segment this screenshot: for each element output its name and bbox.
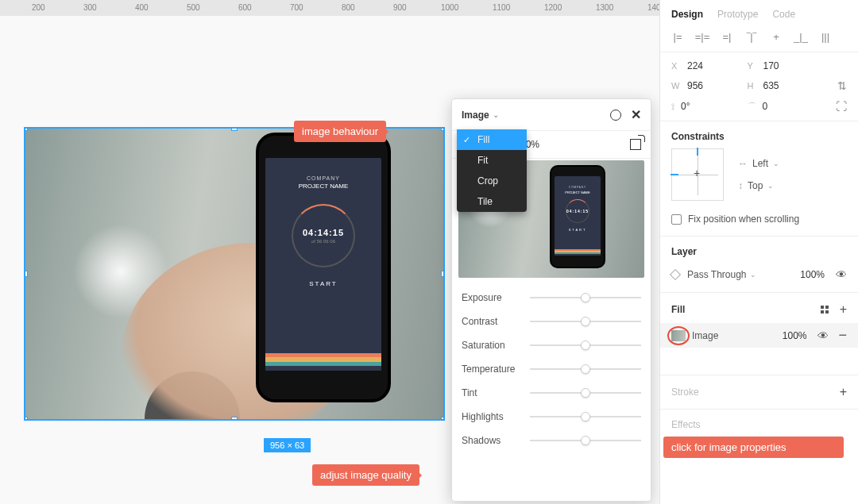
visibility-icon[interactable]: 👁	[836, 268, 847, 281]
panel-tabs: Design Prototype Code	[660, 0, 858, 28]
resize-handle-tl[interactable]	[24, 127, 28, 131]
x-input[interactable]: 224	[687, 60, 703, 71]
add-fill-icon[interactable]: +	[840, 302, 847, 317]
align-top-icon[interactable]: ‾|‾	[745, 31, 758, 42]
distribute-icon[interactable]: |||	[819, 31, 832, 42]
fill-swatch[interactable]	[671, 330, 686, 341]
align-bottom-icon[interactable]: _|_	[794, 31, 807, 42]
resize-handle-bm[interactable]	[231, 417, 238, 421]
resize-handle-bl[interactable]	[24, 417, 28, 421]
link-wh-icon[interactable]: ⇅	[837, 79, 847, 92]
fill-opacity[interactable]: 100%	[783, 330, 807, 341]
callout-image-props: click for image properties	[663, 437, 844, 458]
design-panel: Design Prototype Code |= =|= =| ‾|‾ + _|…	[659, 0, 858, 504]
resize-handle-tr[interactable]	[441, 127, 445, 131]
constraints-diagram[interactable]	[671, 148, 724, 201]
transform-section: X224 Y170 W956 H635 ⇅ ⟟0° ⌒0 ⛶	[660, 52, 858, 121]
popup-title: Image	[462, 110, 489, 121]
phone-timer: 04:14:15	[303, 228, 344, 237]
callout-ring	[667, 326, 690, 345]
callout-adjust-quality: adjust image quality	[312, 464, 419, 486]
popup-header: Image ⌄ ✕	[452, 99, 651, 131]
image-properties-popup: Image ⌄ ✕ ✓ Fill Fit Crop Tile 100%	[451, 98, 651, 502]
ruler-mark: 500	[187, 3, 200, 12]
phone-screen: COMPANY PROJECT NAME 04:14:15 of 56 06 0…	[265, 158, 381, 371]
w-input[interactable]: 956	[687, 80, 703, 91]
phone-ring: 04:14:15 of 56 06 06	[292, 204, 355, 267]
h-input[interactable]: 635	[763, 80, 779, 91]
radius-input[interactable]: 0	[763, 101, 768, 112]
close-icon[interactable]: ✕	[631, 107, 641, 122]
slider-temperature[interactable]: Temperature	[462, 357, 641, 381]
slider-exposure[interactable]: Exposure	[462, 286, 641, 310]
ruler-mark: 400	[135, 3, 149, 12]
resize-handle-br[interactable]	[441, 417, 445, 421]
ruler-mark: 1100	[493, 3, 510, 12]
expand-radius-icon[interactable]: ⛶	[836, 100, 847, 113]
fill-option-tile[interactable]: Tile	[457, 191, 527, 212]
fill-option-fit[interactable]: Fit	[457, 150, 527, 171]
slider-contrast[interactable]: Contrast	[462, 310, 641, 333]
ruler-mark: 300	[83, 3, 97, 12]
fill-option-fill[interactable]: ✓ Fill	[457, 129, 527, 150]
phone-stripes	[265, 353, 381, 371]
slider-saturation[interactable]: Saturation	[462, 333, 641, 357]
tab-prototype[interactable]: Prototype	[717, 9, 758, 20]
align-left-icon[interactable]: |=	[671, 31, 684, 42]
style-grid-icon[interactable]	[821, 306, 829, 314]
constraint-v-select[interactable]: ↕Top⌄	[738, 180, 779, 191]
fill-image-row[interactable]: Image 100% 👁 −	[660, 323, 858, 348]
chevron-down-icon[interactable]: ⌄	[493, 110, 499, 119]
phone-project: PROJECT NAME	[272, 183, 375, 190]
fix-position-row[interactable]: Fix position when scrolling	[660, 209, 858, 237]
resize-handle-tm[interactable]	[231, 127, 238, 131]
remove-fill-icon[interactable]: −	[838, 327, 847, 344]
rotation-input[interactable]: 0°	[681, 101, 690, 112]
layer-blend-row: Pass Through ⌄ 100% 👁	[660, 264, 858, 293]
blend-select[interactable]: Pass Through	[687, 269, 747, 280]
radius-icon: ⌒	[748, 101, 756, 113]
selected-image-frame[interactable]: COMPANY PROJECT NAME 04:14:15 of 56 06 0…	[24, 127, 445, 421]
blend-mode-icon[interactable]	[610, 110, 621, 121]
arrow-v-icon: ↕	[738, 180, 743, 191]
constraint-h-select[interactable]: ↔Left⌄	[738, 158, 779, 169]
checkbox-icon[interactable]	[671, 214, 682, 225]
layer-title: Layer	[660, 237, 858, 264]
arrow-h-icon: ↔	[738, 158, 748, 169]
slider-tint[interactable]: Tint	[462, 381, 641, 405]
y-input[interactable]: 170	[763, 60, 779, 71]
tab-code[interactable]: Code	[772, 9, 795, 20]
ruler-mark: 800	[342, 3, 355, 12]
effects-section-header: Effects	[660, 409, 858, 440]
resize-handle-ml[interactable]	[24, 271, 28, 277]
slider-shadows[interactable]: Shadows	[462, 429, 641, 452]
align-hcenter-icon[interactable]: =|=	[696, 31, 709, 42]
ruler-mark: 1300	[596, 3, 613, 12]
align-vcenter-icon[interactable]: +	[770, 31, 783, 42]
check-icon: ✓	[463, 135, 470, 145]
ruler-mark: 900	[393, 3, 407, 12]
stroke-section-header: Stroke +	[660, 375, 858, 409]
ruler-mark: 1000	[441, 3, 458, 12]
fill-option-crop[interactable]: Crop	[457, 171, 527, 191]
canvas[interactable]: COMPANY PROJECT NAME 04:14:15 of 56 06 0…	[0, 16, 659, 504]
constraints-section: ↔Left⌄ ↕Top⌄	[660, 148, 858, 209]
resize-handle-mr[interactable]	[441, 271, 445, 277]
align-right-icon[interactable]: =|	[721, 31, 733, 42]
add-stroke-icon[interactable]: +	[840, 385, 847, 399]
selection-size-badge: 956 × 63	[264, 438, 311, 452]
layer-opacity[interactable]: 100%	[800, 269, 825, 280]
angle-icon: ⟟	[671, 102, 674, 112]
fill-visibility-icon[interactable]: 👁	[817, 329, 829, 342]
callout-image-behaviour: image behaviour	[294, 121, 386, 142]
phone-start: START	[272, 280, 375, 287]
rotate-image-icon[interactable]	[630, 139, 641, 150]
tab-design[interactable]: Design	[671, 9, 703, 20]
slider-highlights[interactable]: Highlights	[462, 405, 641, 429]
fill-mode-dropdown[interactable]: ✓ Fill Fit Crop Tile	[457, 129, 527, 212]
constraints-title: Constraints	[660, 121, 858, 148]
phone-sub: of 56 06 06	[311, 239, 335, 244]
fill-section-header: Fill +	[660, 293, 858, 323]
phone-company: COMPANY	[272, 175, 375, 181]
photo-phone: COMPANY PROJECT NAME 04:14:15 of 56 06 0…	[256, 133, 391, 402]
